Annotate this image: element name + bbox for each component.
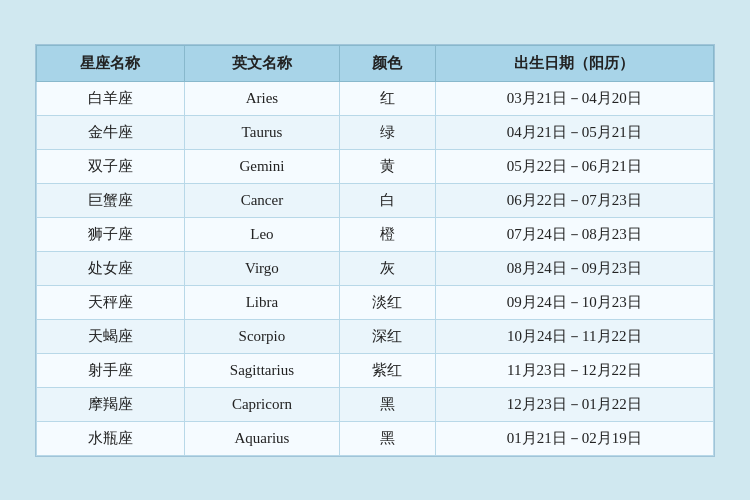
cell-chinese-name: 处女座 — [37, 251, 185, 285]
cell-color: 红 — [339, 81, 435, 115]
cell-chinese-name: 双子座 — [37, 149, 185, 183]
cell-chinese-name: 巨蟹座 — [37, 183, 185, 217]
cell-color: 淡红 — [339, 285, 435, 319]
header-color: 颜色 — [339, 45, 435, 81]
table-row: 摩羯座Capricorn黑12月23日－01月22日 — [37, 387, 714, 421]
table-row: 射手座Sagittarius紫红11月23日－12月22日 — [37, 353, 714, 387]
cell-color: 白 — [339, 183, 435, 217]
table-row: 双子座Gemini黄05月22日－06月21日 — [37, 149, 714, 183]
cell-dates: 05月22日－06月21日 — [435, 149, 713, 183]
cell-english-name: Virgo — [184, 251, 339, 285]
cell-english-name: Sagittarius — [184, 353, 339, 387]
zodiac-table: 星座名称 英文名称 颜色 出生日期（阳历） 白羊座Aries红03月21日－04… — [36, 45, 714, 456]
table-row: 天蝎座Scorpio深红10月24日－11月22日 — [37, 319, 714, 353]
cell-english-name: Aries — [184, 81, 339, 115]
cell-color: 黑 — [339, 421, 435, 455]
cell-dates: 01月21日－02月19日 — [435, 421, 713, 455]
cell-english-name: Gemini — [184, 149, 339, 183]
cell-english-name: Capricorn — [184, 387, 339, 421]
cell-dates: 12月23日－01月22日 — [435, 387, 713, 421]
cell-color: 深红 — [339, 319, 435, 353]
cell-dates: 09月24日－10月23日 — [435, 285, 713, 319]
table-row: 白羊座Aries红03月21日－04月20日 — [37, 81, 714, 115]
cell-color: 紫红 — [339, 353, 435, 387]
cell-color: 黄 — [339, 149, 435, 183]
cell-english-name: Scorpio — [184, 319, 339, 353]
cell-chinese-name: 水瓶座 — [37, 421, 185, 455]
cell-english-name: Aquarius — [184, 421, 339, 455]
table-row: 水瓶座Aquarius黑01月21日－02月19日 — [37, 421, 714, 455]
header-dates: 出生日期（阳历） — [435, 45, 713, 81]
cell-chinese-name: 白羊座 — [37, 81, 185, 115]
cell-color: 绿 — [339, 115, 435, 149]
table-row: 处女座Virgo灰08月24日－09月23日 — [37, 251, 714, 285]
table-row: 金牛座Taurus绿04月21日－05月21日 — [37, 115, 714, 149]
cell-chinese-name: 摩羯座 — [37, 387, 185, 421]
table-row: 狮子座Leo橙07月24日－08月23日 — [37, 217, 714, 251]
cell-dates: 03月21日－04月20日 — [435, 81, 713, 115]
cell-color: 黑 — [339, 387, 435, 421]
cell-dates: 11月23日－12月22日 — [435, 353, 713, 387]
cell-dates: 07月24日－08月23日 — [435, 217, 713, 251]
table-row: 天秤座Libra淡红09月24日－10月23日 — [37, 285, 714, 319]
header-english-name: 英文名称 — [184, 45, 339, 81]
cell-dates: 06月22日－07月23日 — [435, 183, 713, 217]
cell-dates: 04月21日－05月21日 — [435, 115, 713, 149]
table-header-row: 星座名称 英文名称 颜色 出生日期（阳历） — [37, 45, 714, 81]
cell-english-name: Leo — [184, 217, 339, 251]
cell-color: 灰 — [339, 251, 435, 285]
cell-dates: 08月24日－09月23日 — [435, 251, 713, 285]
cell-chinese-name: 狮子座 — [37, 217, 185, 251]
cell-dates: 10月24日－11月22日 — [435, 319, 713, 353]
cell-chinese-name: 天秤座 — [37, 285, 185, 319]
zodiac-table-container: 星座名称 英文名称 颜色 出生日期（阳历） 白羊座Aries红03月21日－04… — [35, 44, 715, 457]
header-chinese-name: 星座名称 — [37, 45, 185, 81]
cell-chinese-name: 金牛座 — [37, 115, 185, 149]
cell-english-name: Cancer — [184, 183, 339, 217]
cell-chinese-name: 射手座 — [37, 353, 185, 387]
cell-chinese-name: 天蝎座 — [37, 319, 185, 353]
cell-color: 橙 — [339, 217, 435, 251]
cell-english-name: Taurus — [184, 115, 339, 149]
table-body: 白羊座Aries红03月21日－04月20日金牛座Taurus绿04月21日－0… — [37, 81, 714, 455]
cell-english-name: Libra — [184, 285, 339, 319]
table-row: 巨蟹座Cancer白06月22日－07月23日 — [37, 183, 714, 217]
